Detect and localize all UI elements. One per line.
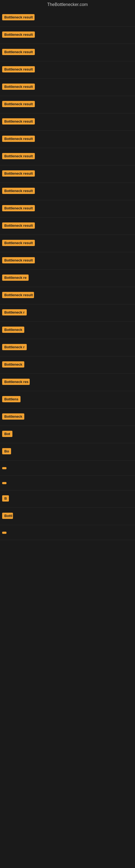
bottleneck-result-badge[interactable]: Bottleneck r bbox=[2, 309, 27, 315]
list-item[interactable]: Bottleneck result bbox=[0, 287, 135, 304]
bottleneck-result-badge[interactable]: Bottleneck bbox=[2, 413, 24, 420]
bottleneck-result-badge[interactable]: Bottleneck result bbox=[2, 222, 35, 229]
bottleneck-result-badge[interactable]: Bo bbox=[2, 448, 11, 454]
bottleneck-result-badge[interactable]: Bottleneck result bbox=[2, 188, 35, 194]
list-item[interactable]: Bottleneck result bbox=[0, 131, 135, 148]
bottleneck-result-badge[interactable] bbox=[2, 467, 6, 469]
bottleneck-result-badge[interactable]: Bottleneck bbox=[2, 327, 24, 333]
list-item[interactable]: Bottleneck result bbox=[0, 200, 135, 218]
bottleneck-result-badge[interactable]: Bottleneck result bbox=[2, 49, 35, 55]
bottleneck-result-badge[interactable]: Bottleneck result bbox=[2, 14, 35, 20]
bottleneck-result-badge[interactable]: Bottl bbox=[2, 513, 13, 519]
bottleneck-result-badge[interactable]: Bottleneck bbox=[2, 361, 24, 368]
list-item[interactable]: Bottleneck result bbox=[0, 9, 135, 27]
bottleneck-result-badge[interactable]: Bottleneck result bbox=[2, 170, 35, 177]
bottleneck-result-badge[interactable]: Bottleneck res bbox=[2, 379, 30, 385]
list-item[interactable]: Bottleneck result bbox=[0, 183, 135, 200]
list-item[interactable]: Bottleneck result bbox=[0, 113, 135, 131]
bottleneck-result-badge[interactable]: Bottleneck result bbox=[2, 66, 35, 72]
bottleneck-result-badge[interactable]: Bottleneck result bbox=[2, 205, 35, 211]
list-item[interactable] bbox=[0, 475, 135, 490]
bottleneck-result-badge[interactable]: B bbox=[2, 495, 9, 501]
list-item[interactable]: Bottleneck result bbox=[0, 148, 135, 165]
list-item[interactable]: Bottleneck result bbox=[0, 165, 135, 183]
list-item[interactable]: Bottleneck result bbox=[0, 96, 135, 113]
list-item[interactable]: Bottleneck result bbox=[0, 235, 135, 252]
bottleneck-result-badge[interactable]: Bottleneck result bbox=[2, 257, 35, 264]
list-item[interactable]: Bottl bbox=[0, 508, 135, 525]
list-item[interactable]: Bottleneck r bbox=[0, 304, 135, 322]
list-item[interactable]: Bottleneck bbox=[0, 408, 135, 426]
bottleneck-result-badge[interactable]: Bottleneck result bbox=[2, 240, 35, 246]
list-item[interactable]: Bottleneck result bbox=[0, 218, 135, 235]
list-item[interactable]: Bot bbox=[0, 426, 135, 443]
list-item[interactable]: Bottleneck bbox=[0, 356, 135, 374]
bottleneck-result-badge[interactable]: Bottleneck result bbox=[2, 153, 35, 159]
list-item[interactable]: Bottleneck result bbox=[0, 79, 135, 96]
bottleneck-result-badge[interactable]: Bottleneck r bbox=[2, 344, 27, 350]
list-item[interactable]: Bottleneck result bbox=[0, 44, 135, 61]
bottleneck-result-badge[interactable] bbox=[2, 532, 6, 534]
list-item[interactable] bbox=[0, 525, 135, 540]
bottleneck-result-badge[interactable]: Bottleneck result bbox=[2, 118, 35, 124]
list-item[interactable] bbox=[0, 461, 135, 475]
list-item[interactable]: Bottleneck r bbox=[0, 339, 135, 356]
bottleneck-result-badge[interactable]: Bottlens bbox=[2, 396, 20, 402]
list-item[interactable]: Bottleneck bbox=[0, 322, 135, 339]
list-item[interactable]: Bottlens bbox=[0, 391, 135, 408]
site-title: TheBottlenecker.com bbox=[0, 0, 135, 9]
list-item[interactable]: B bbox=[0, 490, 135, 508]
bottleneck-result-badge[interactable]: Bottleneck result bbox=[2, 101, 35, 107]
bottleneck-result-badge[interactable]: Bottleneck result bbox=[2, 84, 35, 90]
bottleneck-result-badge[interactable]: Bottleneck re bbox=[2, 275, 29, 281]
bottleneck-result-badge[interactable]: Bottleneck result bbox=[2, 135, 35, 142]
bottleneck-result-badge[interactable]: Bot bbox=[2, 431, 12, 437]
bottleneck-result-badge[interactable]: Bottleneck result bbox=[2, 292, 34, 298]
list-item[interactable]: Bottleneck result bbox=[0, 252, 135, 270]
list-item[interactable]: Bottleneck result bbox=[0, 61, 135, 79]
footer-space bbox=[0, 540, 135, 594]
list-item[interactable]: Bottleneck re bbox=[0, 270, 135, 287]
list-item[interactable]: Bo bbox=[0, 443, 135, 461]
bottleneck-result-badge[interactable] bbox=[2, 482, 6, 484]
list-item[interactable]: Bottleneck res bbox=[0, 374, 135, 391]
bottleneck-result-badge[interactable]: Bottleneck result bbox=[2, 31, 35, 38]
list-item[interactable]: Bottleneck result bbox=[0, 27, 135, 44]
